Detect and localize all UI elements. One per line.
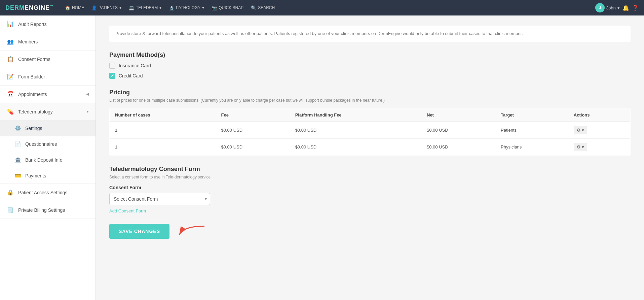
home-icon: 🏠: [65, 5, 70, 10]
patients-dropdown-icon: ▾: [119, 5, 121, 10]
brand-engine: ENGINE: [25, 4, 50, 11]
nav-patients[interactable]: 👤 PATIENTS ▾: [88, 3, 125, 12]
nav-search[interactable]: 🔍 SEARCH: [248, 3, 278, 12]
sidebar-item-form-builder[interactable]: 📝 Form Builder: [0, 68, 96, 86]
gear-dropdown-button-0[interactable]: ⚙ ▾: [574, 126, 588, 134]
pricing-subtitle: List of prices for one or multiple case …: [109, 98, 631, 103]
cell-platform-fee-1: $0.00 USD: [290, 138, 421, 155]
table-row: 1 $0.00 USD $0.00 USD $0.00 USD Patients…: [110, 122, 631, 138]
pricing-table: Number of cases Fee Platform Handling Fe…: [109, 108, 631, 156]
nav-pathology-label: PATHOLOGY: [176, 5, 200, 10]
brand-logo: DERMENGINE™: [5, 4, 53, 11]
pricing-title: Pricing: [109, 89, 631, 96]
pricing-table-body: 1 $0.00 USD $0.00 USD $0.00 USD Patients…: [110, 122, 631, 155]
sidebar: ◀ 📊 Audit Reports 👥 Members 📋 Consent Fo…: [0, 15, 96, 300]
appointments-arrow-icon: ◀: [86, 92, 89, 96]
col-net: Net: [421, 108, 495, 122]
sidebar-label-teledermatology: Teledermatology: [18, 109, 53, 114]
search-icon: 🔍: [251, 5, 256, 10]
intro-description: Provide store & forward teleconsultation…: [109, 26, 631, 42]
sidebar-label-settings: Settings: [25, 126, 42, 131]
cell-net-0: $0.00 USD: [421, 122, 495, 138]
notification-bell[interactable]: 🔔: [622, 5, 629, 11]
payment-method-section: Payment Method(s) Insurance Card Credit …: [109, 52, 631, 79]
sidebar-label-audit-reports: Audit Reports: [18, 22, 47, 27]
sidebar-collapse-button[interactable]: ◀: [96, 151, 96, 165]
settings-icon: ⚙️: [15, 125, 21, 131]
consent-section-title: Teledermatology Consent Form: [109, 166, 631, 173]
sidebar-item-private-billing[interactable]: 🗒️ Private Billing Settings: [0, 201, 96, 219]
pricing-section: Pricing List of prices for one or multip…: [109, 89, 631, 156]
sidebar-item-appointments[interactable]: 📅 Appointments ◀: [0, 86, 96, 103]
pricing-table-header-row: Number of cases Fee Platform Handling Fe…: [110, 108, 631, 122]
sidebar-item-bank-deposit[interactable]: 🏦 Bank Deposit Info: [0, 152, 96, 168]
teledermatology-icon: 💊: [7, 108, 14, 115]
teledermatology-arrow-icon: ▾: [87, 109, 89, 114]
brand-tm: ™: [50, 4, 53, 8]
sidebar-label-payments: Payments: [25, 173, 46, 178]
arrow-indicator: [178, 223, 208, 240]
consent-form-select[interactable]: Select Consent Form: [109, 193, 210, 205]
credit-card-checkbox[interactable]: [109, 73, 115, 79]
sidebar-label-consent-forms: Consent Forms: [18, 57, 50, 62]
nav-right: J John ▾ 🔔 ❓: [595, 3, 639, 12]
form-builder-icon: 📝: [7, 73, 14, 80]
col-fee: Fee: [216, 108, 290, 122]
sidebar-label-questionnaires: Questionnaires: [25, 141, 57, 147]
consent-forms-icon: 📋: [7, 56, 14, 62]
sidebar-label-bank-deposit: Bank Deposit Info: [25, 157, 63, 163]
sidebar-item-payments[interactable]: 💳 Payments: [0, 168, 96, 184]
sidebar-item-consent-forms[interactable]: 📋 Consent Forms: [0, 51, 96, 68]
add-consent-form-link[interactable]: Add Consent Form: [109, 208, 146, 213]
nav-patients-label: PATIENTS: [99, 5, 118, 10]
col-number-of-cases: Number of cases: [110, 108, 216, 122]
cell-platform-fee-0: $0.00 USD: [290, 122, 421, 138]
nav-home[interactable]: 🏠 HOME: [62, 3, 87, 12]
nav-quicksnap[interactable]: 📷 QUICK SNAP: [208, 3, 247, 12]
gear-dropdown-button-1[interactable]: ⚙ ▾: [574, 143, 588, 151]
sidebar-item-patient-access[interactable]: 🔒 Patient Access Settings: [0, 184, 96, 201]
consent-form-section: Teledermatology Consent Form Select a co…: [109, 166, 631, 213]
cell-fee-0: $0.00 USD: [216, 122, 290, 138]
intro-text-content: Provide store & forward teleconsultation…: [115, 31, 523, 36]
main-content: Provide store & forward teleconsultation…: [96, 15, 644, 300]
nav-pathology[interactable]: 🔬 PATHOLOGY ▾: [165, 3, 207, 12]
bank-deposit-icon: 🏦: [15, 157, 21, 163]
cell-cases-1: 1: [110, 138, 216, 155]
sidebar-item-members[interactable]: 👥 Members: [0, 33, 96, 51]
private-billing-icon: 🗒️: [7, 207, 14, 213]
pathology-dropdown-icon: ▾: [202, 5, 204, 10]
insurance-card-label: Insurance Card: [119, 63, 151, 68]
payments-icon: 💳: [15, 173, 21, 179]
telederm-dropdown-icon: ▾: [159, 5, 161, 10]
audit-reports-icon: 📊: [7, 21, 14, 27]
sidebar-item-questionnaires[interactable]: 📄 Questionnaires: [0, 136, 96, 152]
user-menu[interactable]: J John ▾: [595, 3, 620, 12]
avatar: J: [595, 3, 605, 12]
sidebar-label-private-billing: Private Billing Settings: [18, 207, 65, 213]
payment-section-title: Payment Method(s): [109, 52, 631, 59]
sidebar-item-settings[interactable]: ⚙️ Settings: [0, 121, 96, 136]
questionnaires-icon: 📄: [15, 141, 21, 147]
sidebar-label-appointments: Appointments: [18, 92, 47, 97]
sidebar-label-members: Members: [18, 39, 38, 44]
save-changes-button[interactable]: SAVE CHANGES: [109, 224, 169, 239]
cell-fee-1: $0.00 USD: [216, 138, 290, 155]
nav-telederm[interactable]: 💻 TELEDERM ▾: [125, 3, 165, 12]
nav-telederm-label: TELEDERM: [136, 5, 158, 10]
col-actions: Actions: [568, 108, 631, 122]
pathology-icon: 🔬: [169, 5, 174, 10]
pricing-table-head: Number of cases Fee Platform Handling Fe…: [110, 108, 631, 122]
user-dropdown-icon: ▾: [617, 5, 620, 10]
insurance-card-checkbox[interactable]: [109, 63, 115, 69]
sidebar-item-audit-reports[interactable]: 📊 Audit Reports: [0, 15, 96, 33]
top-navigation: DERMENGINE™ 🏠 HOME 👤 PATIENTS ▾ 💻 TELEDE…: [0, 0, 644, 15]
help-icon[interactable]: ❓: [632, 5, 639, 11]
appointments-icon: 📅: [7, 91, 14, 97]
cell-actions-1: ⚙ ▾: [568, 138, 631, 155]
cell-actions-0: ⚙ ▾: [568, 122, 631, 138]
sidebar-item-teledermatology[interactable]: 💊 Teledermatology ▾: [0, 103, 96, 121]
consent-form-select-wrapper: Select Consent Form ▾: [109, 193, 210, 205]
cell-cases-0: 1: [110, 122, 216, 138]
save-arrow-svg: [178, 223, 208, 240]
